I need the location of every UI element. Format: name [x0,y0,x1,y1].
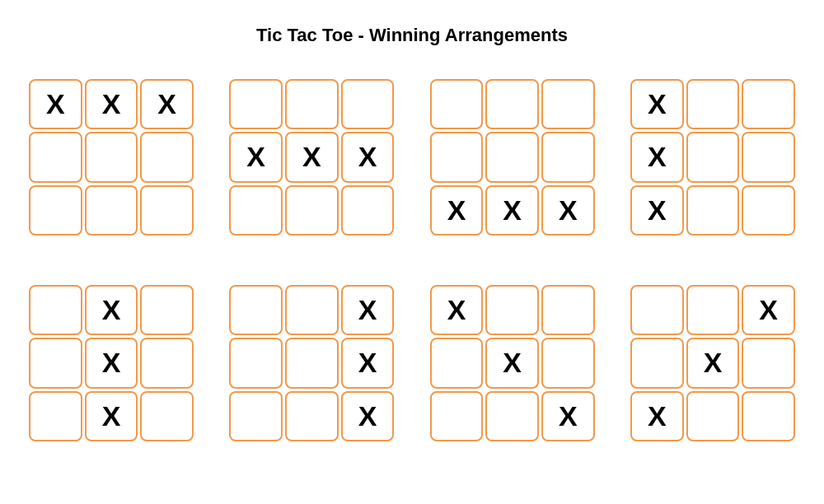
board-cell [742,185,795,236]
board: X X X [630,79,795,236]
board-cell [285,391,339,441]
board-cell [229,79,283,129]
board-cell: X [630,185,684,236]
board-cell [430,391,484,441]
board-cell [140,391,194,441]
board-cell [742,338,795,388]
board-cell [140,132,194,182]
board-cell [29,338,82,388]
board-cell [541,285,595,335]
board-cell [285,338,339,388]
board-cell [430,338,484,388]
board-cell: X [85,79,138,129]
board: X X X [29,285,194,441]
board-cell: X [686,338,740,388]
board: X X X [430,79,595,236]
board-cell [229,285,283,335]
board-cell [686,285,740,335]
board-cell [686,132,740,182]
board-cell [742,132,795,182]
board-cell: X [85,391,138,441]
board-cell [541,79,595,129]
board-row: X X X X X X X X [29,285,795,441]
page-title: Tic Tac Toe - Winning Arrangements [29,25,795,46]
board-cell: X [541,391,595,441]
board-cell: X [742,285,795,335]
board-cell: X [229,132,283,182]
board-cell [85,185,138,236]
board-cell [485,391,539,441]
board-cell [285,185,339,236]
board-cell [140,185,194,236]
board-cell [541,338,595,388]
board-cell: X [285,132,339,182]
board-row: X X X X X X X [29,79,795,236]
board-cell: X [341,285,395,335]
board-cell [341,79,395,129]
board-cell [541,132,595,182]
board-cell [29,285,82,335]
board-cell [341,185,395,236]
board-cell: X [341,132,395,182]
board-cell [285,79,339,129]
board-cell [742,391,795,441]
board-cell [485,79,539,129]
board-cell [229,391,283,441]
board-cell [229,338,283,388]
board-cell [630,285,684,335]
board-cell: X [541,185,595,236]
board-cell: X [485,185,539,236]
board-cell: X [341,338,395,388]
board-cell: X [140,79,194,129]
board-cell: X [29,79,82,129]
board: X X X [29,79,194,236]
board-cell [686,391,740,441]
board-cell [430,79,484,129]
board-cell [430,132,484,182]
board-cell: X [85,285,138,335]
boards-container: X X X X X X X [29,79,795,441]
board-cell: X [630,391,684,441]
board-cell [29,132,82,182]
board: X X X [229,79,394,236]
board-cell [485,285,539,335]
board-cell: X [630,79,684,129]
board-cell: X [485,338,539,388]
board: X X X [229,285,394,441]
board-cell [686,79,740,129]
board-cell: X [630,132,684,182]
board-cell [742,79,795,129]
board-cell [285,285,339,335]
board-cell [686,185,740,236]
board-cell: X [341,391,395,441]
board-cell [485,132,539,182]
board-cell [140,285,194,335]
board-cell: X [85,338,138,388]
board-cell: X [430,185,484,236]
board-cell [630,338,684,388]
board-cell [229,185,283,236]
board-cell [85,132,138,182]
board-cell [140,338,194,388]
board: X X X [430,285,595,441]
board-cell [29,391,82,441]
board-cell: X [430,285,484,335]
board: X X X [630,285,795,441]
board-cell [29,185,82,236]
